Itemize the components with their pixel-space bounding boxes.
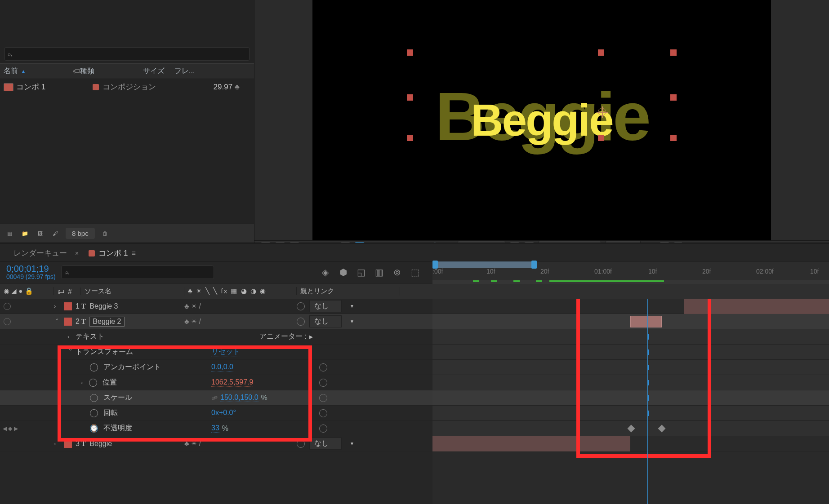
comp-mini-icon[interactable]: ◈ xyxy=(319,266,331,278)
adjust-icon[interactable]: 🖌 xyxy=(50,229,60,239)
eye-icon[interactable] xyxy=(4,318,11,325)
stopwatch-icon[interactable]: ⌚ xyxy=(90,424,98,433)
parent-dropdown[interactable]: なし xyxy=(309,438,342,450)
track-layer-3[interactable] xyxy=(432,436,829,451)
col-framerate[interactable]: フレ... xyxy=(174,66,250,76)
prop-position[interactable]: › 位置 1062.5,597.9 xyxy=(0,375,432,390)
pickwhip-icon[interactable] xyxy=(297,318,305,326)
layer-3[interactable]: ›3 TBeggie ♣ ✴ / なし▼ xyxy=(0,436,432,451)
anchor-value[interactable]: 0.0,0.0 xyxy=(211,363,233,371)
front-text-layer[interactable]: Beggie xyxy=(471,94,612,146)
link-icon[interactable]: ☍ xyxy=(211,394,218,402)
folder-icon[interactable]: 📁 xyxy=(20,229,30,239)
cti[interactable] xyxy=(647,299,648,504)
timeline-timecode[interactable]: 0;00;01;19 00049 (29.97 fps) xyxy=(6,264,56,280)
rotation-value[interactable]: 0x+0.0° xyxy=(211,409,236,417)
pickwhip-icon[interactable] xyxy=(319,394,327,402)
track-scale[interactable] xyxy=(432,390,829,406)
pickwhip-icon[interactable] xyxy=(297,440,305,448)
track-position[interactable] xyxy=(432,375,829,390)
opacity-value[interactable]: 33 xyxy=(211,424,219,433)
interpret-icon[interactable]: ▦ xyxy=(4,229,14,239)
handle-mr[interactable] xyxy=(670,94,677,101)
pickwhip-icon[interactable] xyxy=(319,409,327,417)
trash-icon[interactable]: 🗑 xyxy=(100,229,110,239)
layer-color-chip[interactable] xyxy=(64,440,72,448)
stopwatch-icon[interactable] xyxy=(90,409,98,417)
track-text[interactable] xyxy=(432,329,829,345)
draft3d-icon[interactable]: ⬢ xyxy=(337,266,349,278)
scale-value[interactable]: 150.0,150.0 xyxy=(220,393,259,402)
col-size[interactable]: サイズ xyxy=(143,66,174,76)
eye-icon[interactable] xyxy=(4,303,11,310)
pickwhip-icon[interactable] xyxy=(319,379,327,387)
keyframe[interactable] xyxy=(628,425,635,433)
col-av[interactable]: ◉ ◢ ● 🔒 xyxy=(0,287,54,295)
anchor-point-icon[interactable] xyxy=(598,108,606,116)
twirl-icon[interactable]: › xyxy=(54,440,60,447)
keyframe-nav[interactable]: ◀ ◆ ▶ xyxy=(3,425,18,432)
prop-rotation[interactable]: 回転 0x+0.0° xyxy=(0,406,432,421)
handle-tl[interactable] xyxy=(407,49,413,56)
clip[interactable] xyxy=(684,299,829,314)
tab-render-queue[interactable]: レンダーキュー xyxy=(13,248,67,258)
twirl-icon[interactable]: › xyxy=(54,303,60,309)
clip[interactable] xyxy=(432,436,630,451)
graph-icon[interactable]: ⬚ xyxy=(409,266,421,278)
pickwhip-icon[interactable] xyxy=(297,302,305,310)
keyframe[interactable] xyxy=(658,425,666,433)
stopwatch-icon[interactable] xyxy=(89,379,97,387)
track-anchor[interactable] xyxy=(432,360,829,375)
layer-color-chip[interactable] xyxy=(64,318,72,326)
col-source-name[interactable]: ソース名 xyxy=(81,287,184,296)
track-layer-2[interactable] xyxy=(432,314,829,329)
layer-2[interactable]: ›2 TBeggie 2 ♣ ✴ / なし▼ xyxy=(0,314,432,329)
position-value[interactable]: 1062.5,597.9 xyxy=(211,378,253,387)
track-opacity[interactable] xyxy=(432,421,829,436)
track-rotation[interactable] xyxy=(432,406,829,421)
prop-text-group[interactable]: › テキスト アニメーター :▸ xyxy=(0,329,432,345)
pickwhip-icon[interactable] xyxy=(319,363,327,371)
track-transform[interactable] xyxy=(432,345,829,360)
prop-transform-group[interactable]: › トランスフォーム リセット xyxy=(0,345,432,360)
twirl-icon[interactable]: › xyxy=(81,379,87,386)
handle-br[interactable] xyxy=(670,135,677,141)
handle-bm[interactable] xyxy=(598,135,604,141)
prop-opacity[interactable]: ◀ ◆ ▶ ⌚不透明度 33% xyxy=(0,421,432,436)
stopwatch-icon[interactable] xyxy=(90,363,98,371)
layer-name-input[interactable]: Beggie 2 xyxy=(89,317,124,327)
stopwatch-icon[interactable] xyxy=(90,394,98,402)
col-type[interactable]: 種類 xyxy=(80,66,143,76)
tab-close-icon[interactable]: × xyxy=(75,250,79,257)
col-color-hash[interactable]: 🏷 # xyxy=(54,287,81,295)
handle-ml[interactable] xyxy=(407,94,413,101)
tab-menu-icon[interactable]: ≡ xyxy=(131,249,135,257)
timeline-search[interactable]: ⌕‚ xyxy=(61,265,214,279)
handle-bl[interactable] xyxy=(407,135,413,141)
track-layer-1[interactable] xyxy=(432,299,829,314)
handle-tr[interactable] xyxy=(670,49,677,56)
layer-color-chip[interactable] xyxy=(64,302,72,310)
twirl-icon[interactable]: › xyxy=(67,333,74,340)
twirl-icon[interactable]: › xyxy=(54,318,61,325)
new-comp-icon[interactable]: 🖼 xyxy=(35,229,45,239)
clip[interactable] xyxy=(630,316,662,327)
frame-blend-icon[interactable]: ▥ xyxy=(373,266,385,278)
viewer-canvas[interactable]: Beggie Beggie xyxy=(254,0,829,240)
bpc-toggle[interactable]: 8 bpc xyxy=(66,228,95,239)
twirl-icon[interactable]: › xyxy=(67,349,74,355)
project-item[interactable]: コンポ 1 コンポジション 29.97 ♣ xyxy=(0,79,254,95)
layer-1[interactable]: ›1 TBeggie 3 ♣ ✴ / なし▼ xyxy=(0,299,432,314)
prop-scale[interactable]: スケール ☍150.0,150.0% xyxy=(0,390,432,406)
col-name[interactable]: 名前 ▲ 🏷 xyxy=(4,66,80,76)
pickwhip-icon[interactable] xyxy=(319,424,327,433)
reset-button[interactable]: リセット xyxy=(211,347,240,357)
tab-comp[interactable]: コンポ 1 ≡ xyxy=(89,248,136,258)
composition-canvas[interactable]: Beggie Beggie xyxy=(312,0,771,240)
prop-anchor[interactable]: アンカーポイント 0.0,0.0 xyxy=(0,360,432,375)
parent-dropdown[interactable]: なし xyxy=(309,315,342,327)
time-ruler[interactable]: :00f 10f 20f 01:00f 10f 20f 02:00f 10f 2… xyxy=(432,261,829,284)
track-area[interactable]: ➤ xyxy=(432,299,829,504)
parent-dropdown[interactable]: なし xyxy=(309,300,342,312)
add-animator-icon[interactable]: ▸ xyxy=(309,332,313,341)
